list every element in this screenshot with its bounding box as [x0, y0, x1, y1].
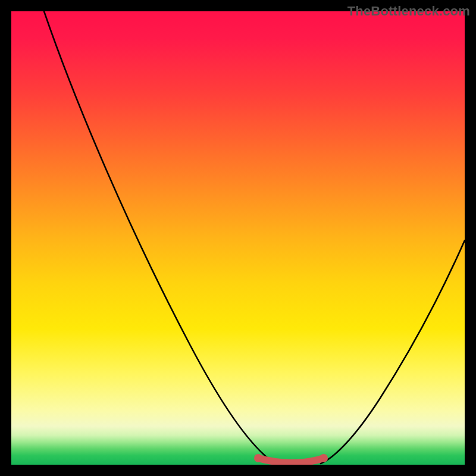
optimal-range-end-dot [320, 454, 328, 462]
left-bottleneck-curve [44, 11, 277, 464]
right-bottleneck-curve [321, 240, 465, 464]
plot-area [11, 11, 465, 465]
curve-layer [11, 11, 465, 465]
watermark-text: TheBottleneck.com [347, 4, 470, 19]
chart-frame: TheBottleneck.com [0, 0, 476, 476]
optimal-range-start-dot [254, 454, 262, 462]
optimal-range-band [258, 458, 324, 463]
